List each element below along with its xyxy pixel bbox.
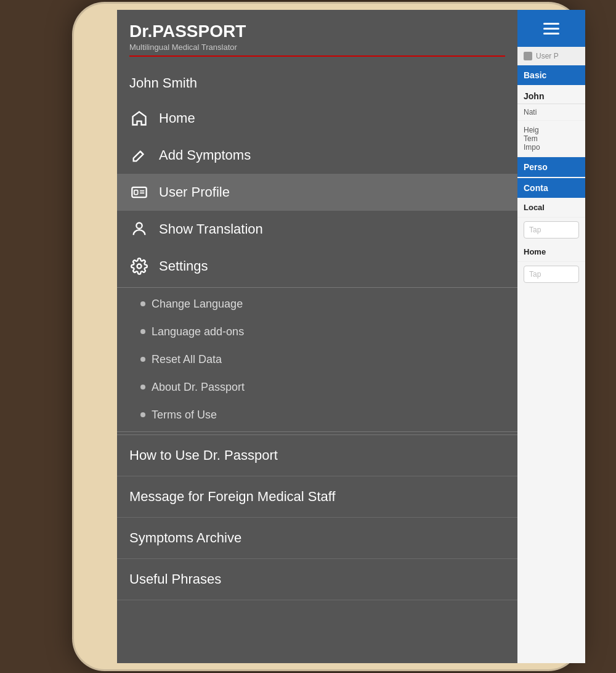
basic-section: Basic — [517, 65, 585, 85]
phone-container: Dr.PASSPORT Multilingual Medical Transla… — [37, 4, 579, 669]
sidebar-item-user-profile-label: User Profile — [159, 184, 230, 200]
sub-item-about[interactable]: About Dr. Passport — [117, 373, 517, 401]
hamburger-icon[interactable] — [543, 23, 559, 35]
nav-items: Home Add Symptoms — [117, 100, 517, 663]
local-placeholder: Tap — [529, 226, 541, 234]
sub-item-terms-label: Terms of Use — [152, 409, 217, 422]
pencil-icon — [129, 145, 149, 165]
bottom-nav-items: How to Use Dr. Passport Message for Fore… — [117, 434, 517, 600]
sidebar-item-user-profile[interactable]: User Profile — [117, 174, 517, 211]
person-icon — [129, 219, 149, 239]
phone-screen: Dr.PASSPORT Multilingual Medical Transla… — [117, 10, 585, 663]
sub-item-language-addons[interactable]: Language add-ons — [117, 318, 517, 346]
sub-item-terms[interactable]: Terms of Use — [117, 401, 517, 429]
sidebar-item-message-foreign[interactable]: Message for Foreign Medical Staff — [117, 476, 517, 518]
sub-item-change-language[interactable]: Change Language — [117, 290, 517, 318]
useful-phrases-label: Useful Phrases — [129, 571, 221, 587]
sidebar-item-settings-label: Settings — [159, 258, 208, 274]
home-icon — [129, 108, 149, 128]
right-panel-header — [517, 10, 585, 47]
contact-section: Conta — [517, 178, 585, 198]
local-label: Local — [524, 203, 545, 212]
sub-item-reset-data[interactable]: Reset All Data — [117, 346, 517, 373]
home-input[interactable]: Tap — [524, 266, 579, 283]
profile-icon — [524, 52, 532, 60]
sub-item-language-addons-label: Language add-ons — [152, 325, 244, 338]
profile-nationality: Nati — [517, 104, 585, 121]
home-label: Home — [524, 247, 546, 256]
right-panel: User P Basic John Nati Heig Tem Impo Per… — [517, 10, 585, 663]
sidebar-item-show-translation-label: Show Translation — [159, 221, 263, 237]
profile-important: Impo — [524, 143, 579, 152]
profile-name: John — [517, 85, 585, 104]
profile-content: User P Basic John Nati Heig Tem Impo Per… — [517, 47, 585, 663]
id-card-icon — [129, 182, 149, 202]
sidebar-item-add-symptoms[interactable]: Add Symptoms — [117, 137, 517, 174]
bullet-icon — [140, 385, 145, 390]
svg-rect-1 — [134, 190, 138, 194]
sidebar-item-settings[interactable]: Settings — [117, 248, 517, 285]
sidebar-item-home-label: Home — [159, 110, 195, 126]
how-to-use-label: How to Use Dr. Passport — [129, 447, 278, 463]
sidebar-item-home[interactable]: Home — [117, 100, 517, 137]
home-placeholder: Tap — [529, 270, 541, 279]
symptoms-archive-label: Symptoms Archive — [129, 530, 241, 545]
svg-point-5 — [137, 264, 142, 268]
gear-icon — [129, 256, 149, 276]
sidebar-item-useful-phrases[interactable]: Useful Phrases — [117, 559, 517, 600]
bullet-icon — [140, 301, 145, 306]
drawer: Dr.PASSPORT Multilingual Medical Transla… — [117, 10, 517, 663]
sub-items: Change Language Language add-ons Reset A… — [117, 290, 517, 429]
bullet-icon — [140, 329, 145, 334]
sub-item-about-label: About Dr. Passport — [152, 381, 245, 394]
sidebar-item-how-to-use[interactable]: How to Use Dr. Passport — [117, 435, 517, 476]
profile-temp: Tem — [524, 134, 579, 143]
svg-point-4 — [136, 222, 142, 228]
message-foreign-label: Message for Foreign Medical Staff — [129, 489, 336, 504]
app-subtitle: Multilingual Medical Translator — [129, 43, 505, 57]
personal-section: Perso — [517, 157, 585, 177]
profile-label-text: User P — [536, 52, 559, 60]
sidebar-item-show-translation[interactable]: Show Translation — [117, 211, 517, 248]
sidebar-item-symptoms-archive[interactable]: Symptoms Archive — [117, 518, 517, 559]
local-input[interactable]: Tap — [524, 221, 579, 239]
sub-item-change-language-label: Change Language — [152, 298, 243, 311]
user-name: John Smith — [117, 64, 517, 100]
app-name: Dr.PASSPORT — [129, 22, 505, 41]
passport-text: PASSPORT — [152, 22, 246, 41]
profile-label: User P — [517, 47, 585, 65]
dr-prefix: Dr. — [129, 22, 152, 41]
drawer-header: Dr.PASSPORT Multilingual Medical Transla… — [117, 10, 517, 64]
sidebar-item-add-symptoms-label: Add Symptoms — [159, 147, 251, 163]
profile-height: Heig — [524, 126, 579, 134]
sub-item-reset-data-label: Reset All Data — [152, 353, 222, 366]
bullet-icon — [140, 412, 145, 417]
bullet-icon — [140, 357, 145, 362]
